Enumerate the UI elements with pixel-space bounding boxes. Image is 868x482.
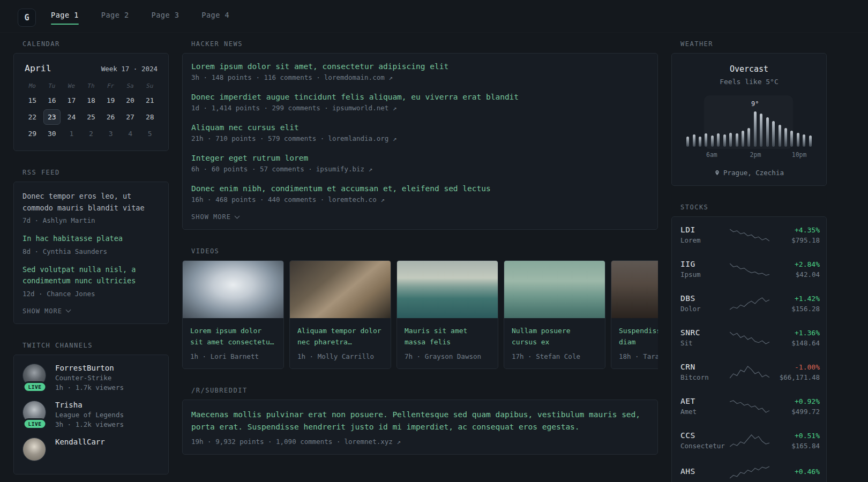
- hn-item-title[interactable]: Donec enim nibh, condimentum et accumsan…: [191, 184, 649, 193]
- weather-bar: [734, 100, 739, 147]
- subreddit-widget: /R/SUBREDDIT Maecenas mollis pulvinar er…: [182, 387, 658, 455]
- rss-box: Donec tempor eros leo, ut commodo mauris…: [13, 182, 169, 324]
- calendar-date: 3: [102, 126, 119, 141]
- rss-item: In hac habitasse platea 8d · Cynthia Sau…: [23, 233, 160, 255]
- twitch-channel-info: KendallCarr: [55, 438, 105, 446]
- twitch-widget: TWITCH CHANNELS LIVE ForrestBurton Count…: [13, 342, 169, 475]
- calendar-date: 17: [63, 93, 80, 108]
- calendar-section-title: CALENDAR: [23, 40, 169, 48]
- tab-page-4[interactable]: Page 4: [201, 11, 229, 25]
- hn-item-stats: 1d · 1,414 points · 299 comments ·: [191, 104, 328, 112]
- weather-time-label: 10pm: [792, 151, 807, 159]
- stock-name: Amet: [680, 408, 725, 416]
- video-title[interactable]: Nullam posuere cursus ex: [512, 325, 597, 348]
- hacker-news-section-title: HACKER NEWS: [191, 40, 658, 48]
- weather-bar: [801, 100, 807, 147]
- hn-item-domain-link[interactable]: ipsumworld.net ↗: [332, 104, 396, 112]
- stock-values: +2.84% $42.04: [774, 260, 820, 278]
- twitch-channel[interactable]: LIVE Trisha League of Legends 3h · 1.2k …: [23, 401, 160, 428]
- video-card[interactable]: Nullam posuere cursus ex 17h · Stefan Co…: [504, 260, 605, 369]
- calendar-date: 21: [141, 93, 159, 108]
- stock-row[interactable]: AET Amet +0.92% $499.72: [680, 397, 818, 416]
- avatar: [23, 438, 46, 461]
- video-title[interactable]: Aliquam tempor dolor nec pharetra…: [297, 325, 383, 348]
- rss-item-title[interactable]: Donec tempor eros leo, ut commodo mauris…: [23, 191, 160, 214]
- tab-page-1[interactable]: Page 1: [51, 11, 79, 25]
- hn-item-meta: 3h · 148 points · 116 comments ·loremdom…: [191, 73, 649, 81]
- video-card[interactable]: Aliquam tempor dolor nec pharetra… 1h · …: [289, 260, 391, 369]
- hn-item-title[interactable]: Aliquam nec cursus elit: [191, 123, 649, 132]
- calendar-date: 16: [43, 93, 61, 108]
- location-pin-icon: [714, 169, 720, 176]
- hn-item-domain-link[interactable]: ipsumify.biz ↗: [316, 165, 372, 173]
- hacker-news-box: Lorem ipsum dolor sit amet, consectetur …: [182, 53, 658, 230]
- calendar-date: 1: [63, 126, 80, 141]
- calendar-date: 24: [63, 109, 80, 125]
- app-logo[interactable]: G: [18, 9, 36, 27]
- twitch-channel[interactable]: LIVE ForrestBurton Counter-Strike 1h · 1…: [23, 364, 160, 391]
- twitch-channel-info: ForrestBurton Counter-Strike 1h · 1.7k v…: [55, 364, 124, 391]
- stock-change: +2.84%: [774, 260, 820, 268]
- hn-item: Donec enim nibh, condimentum et accumsan…: [191, 184, 649, 204]
- stock-row[interactable]: SNRC Sit +1.36% $148.64: [680, 328, 818, 347]
- video-meta: 18h · Tara: [619, 352, 658, 360]
- hn-item-domain-link[interactable]: loremdomain.com ↗: [324, 73, 393, 81]
- stock-row[interactable]: DBS Dolor +1.42% $156.28: [680, 294, 818, 313]
- weather-box: Overcast Feels like 5°C 9° 6am2pm10pm Pr…: [671, 53, 827, 186]
- hn-item-title[interactable]: Integer eget rutrum lorem: [191, 154, 649, 162]
- calendar-day-header: Tu: [42, 80, 62, 92]
- twitch-channel-meta: 3h · 1.2k viewers: [55, 420, 124, 428]
- rss-show-more-button[interactable]: SHOW MORE: [23, 307, 70, 315]
- stock-values: +0.92% $499.72: [774, 397, 820, 416]
- video-title[interactable]: Suspendisse placerat diam: [619, 325, 658, 348]
- video-meta: 17h · Stefan Cole: [512, 352, 597, 360]
- hn-item-domain-link[interactable]: loremtech.co ↗: [328, 195, 384, 204]
- calendar-box: April Week 17 · 2024 MoTuWeThFrSaSu 1516…: [13, 53, 169, 151]
- stock-row[interactable]: IIG Ipsum +2.84% $42.04: [680, 260, 818, 278]
- video-thumbnail: [504, 261, 605, 318]
- hn-show-more-button[interactable]: SHOW MORE: [191, 213, 239, 221]
- video-card[interactable]: Lorem ipsum dolor sit amet consectetu… 1…: [182, 260, 284, 369]
- video-title[interactable]: Lorem ipsum dolor sit amet consectetu…: [190, 325, 276, 348]
- stock-sparkline: [730, 465, 769, 479]
- stock-values: +4.35% $795.18: [774, 226, 820, 244]
- stocks-section-title: STOCKS: [680, 204, 827, 211]
- subreddit-post-domain-link[interactable]: loremnet.xyz ↗: [344, 438, 400, 446]
- calendar-date: 18: [83, 93, 100, 108]
- subreddit-post-title[interactable]: Maecenas mollis pulvinar erat non posuer…: [191, 409, 649, 433]
- stock-change: +0.51%: [774, 432, 820, 440]
- calendar-date: 25: [83, 109, 100, 125]
- subreddit-section-title: /R/SUBREDDIT: [191, 387, 658, 394]
- weather-bar: [697, 100, 703, 147]
- hn-item-title[interactable]: Donec imperdiet augue tincidunt felis al…: [191, 93, 649, 101]
- rss-item-title[interactable]: In hac habitasse platea: [23, 233, 160, 245]
- calendar-header: April Week 17 · 2024: [25, 63, 158, 73]
- stock-symbol: CRN: [680, 363, 725, 371]
- stock-row[interactable]: AHS +0.46%: [680, 465, 818, 479]
- stock-row[interactable]: LDI Lorem +4.35% $795.18: [680, 225, 818, 244]
- weather-widget: WEATHER Overcast Feels like 5°C 9° 6am2p…: [671, 40, 827, 186]
- stock-symbol: DBS: [680, 294, 725, 303]
- weather-bar: [691, 100, 697, 147]
- stock-change: -1.00%: [774, 363, 820, 371]
- twitch-channel-name: KendallCarr: [55, 438, 105, 446]
- twitch-channel-category: League of Legends: [55, 411, 124, 419]
- stock-row[interactable]: CRN Bitcorn -1.00% $66,171.48: [680, 363, 818, 381]
- chevron-down-icon: [235, 213, 240, 219]
- hn-item: Integer eget rutrum lorem 6h · 60 points…: [191, 154, 649, 173]
- hn-item-domain-link[interactable]: loremlandia.org ↗: [328, 134, 396, 142]
- twitch-channel[interactable]: KendallCarr: [23, 438, 160, 465]
- video-title[interactable]: Mauris sit amet massa felis: [405, 325, 490, 348]
- stock-name: Bitcorn: [680, 373, 725, 381]
- weather-bar: [776, 100, 782, 147]
- tab-page-3[interactable]: Page 3: [152, 11, 179, 25]
- video-card[interactable]: Suspendisse placerat diam 18h · Tara: [611, 260, 658, 369]
- rss-item-title[interactable]: Sed volutpat nulla nisl, a condimentum n…: [23, 264, 160, 287]
- calendar-day-header: We: [62, 80, 81, 92]
- video-card[interactable]: Mauris sit amet massa felis 7h · Grayson…: [396, 260, 498, 369]
- tab-page-2[interactable]: Page 2: [101, 11, 129, 25]
- hn-item-title[interactable]: Lorem ipsum dolor sit amet, consectetur …: [191, 62, 649, 71]
- stock-row[interactable]: CCS Consectetur +0.51% $165.84: [680, 431, 818, 450]
- twitch-avatar-wrap: [23, 438, 47, 465]
- weather-bar: [795, 100, 801, 147]
